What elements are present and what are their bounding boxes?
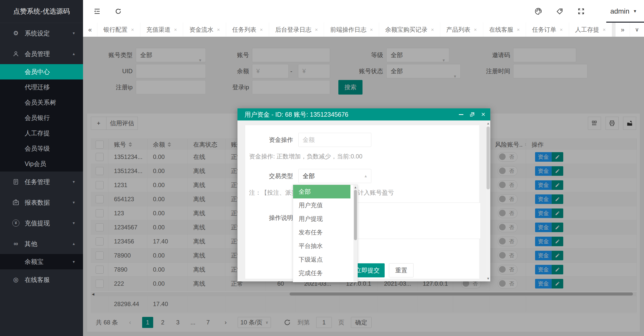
- scroll-up-arrow-icon[interactable]: ▲: [353, 185, 357, 189]
- tab-label: 充值渠道: [146, 26, 171, 34]
- tab-后台登录日志[interactable]: 后台登录日志×: [269, 23, 324, 37]
- close-icon[interactable]: ×: [517, 27, 520, 33]
- sidebar-subitem[interactable]: 会员中心: [0, 64, 83, 79]
- close-icon[interactable]: ×: [260, 27, 263, 33]
- sidebar-item[interactable]: ¥充值提现▼: [0, 213, 83, 233]
- sidebar-item[interactable]: ⚙系统设定▼: [0, 23, 83, 44]
- tab-label: 前端操作日志: [330, 26, 366, 34]
- dropdown-option[interactable]: 下级返点: [293, 253, 350, 266]
- dropdown-option[interactable]: 平台抽水: [293, 239, 350, 253]
- scroll-down-arrow-icon[interactable]: ▼: [486, 277, 490, 280]
- close-icon[interactable]: ×: [431, 27, 434, 33]
- modal-header[interactable]: 用户资金 - ID: 68 账号: 13512345676 ×: [237, 108, 490, 120]
- service-icon: ◎: [12, 276, 20, 283]
- user-fund-modal: 用户资金 - ID: 68 账号: 13512345676 × 资金操作 金额 …: [237, 108, 490, 281]
- link-icon: ∞: [12, 240, 20, 247]
- sidebar-item-label: 会员管理: [25, 50, 50, 58]
- scroll-up-arrow-icon[interactable]: ▲: [486, 121, 490, 125]
- chevron-down-icon: ▼: [72, 221, 75, 225]
- tab-银行配置[interactable]: 银行配置×: [97, 23, 140, 37]
- sidebar-item[interactable]: ∞其他▲: [0, 233, 83, 254]
- dropdown-option[interactable]: 发布任务: [293, 226, 350, 239]
- tab-资金流水[interactable]: 资金流水×: [183, 23, 226, 37]
- close-icon[interactable]: ×: [174, 27, 177, 33]
- sidebar-item-label: 系统设定: [25, 29, 50, 37]
- refresh-icon[interactable]: [111, 0, 126, 23]
- close-icon[interactable]: ×: [131, 27, 134, 33]
- sidebar-item-label: 任务管理: [25, 178, 50, 186]
- tab-任务列表[interactable]: 任务列表×: [226, 23, 269, 37]
- fund-help-text: 资金操作: 正数增加，负数减少，当前:0.00: [249, 152, 363, 160]
- tab-余额宝购买记录[interactable]: 余额宝购买记录×: [379, 23, 440, 37]
- sidebar-item[interactable]: ◎在线客服: [0, 269, 83, 290]
- tab-在线客服[interactable]: 在线客服×: [483, 23, 526, 37]
- tab-会员[interactable]: 会员: [612, 23, 615, 37]
- tab-产品列表[interactable]: 产品列表×: [440, 23, 483, 37]
- sidebar-item-label: 充值提现: [25, 219, 50, 227]
- fullscreen-icon[interactable]: [574, 0, 589, 23]
- user-menu[interactable]: admin ▼: [610, 0, 637, 23]
- dropdown-options: 全部用户充值用户提现发布任务平台抽水下级返点完成任务: [293, 185, 357, 280]
- sidebar-subitem-label: 代理迁移: [25, 83, 50, 91]
- tab-前端操作日志[interactable]: 前端操作日志×: [324, 23, 379, 37]
- sidebar-submenu: 余额宝▼: [0, 254, 83, 269]
- chevron-up-icon: ▲: [72, 52, 75, 56]
- sidebar-subitem[interactable]: 会员等级: [0, 141, 83, 156]
- sidebar-subitem-label: 人工存提: [25, 129, 50, 137]
- close-icon[interactable]: ×: [560, 27, 563, 33]
- tabs-scroll-right-icon[interactable]: »: [615, 23, 630, 37]
- tag-icon[interactable]: [552, 0, 567, 23]
- tab-label: 任务列表: [232, 26, 256, 34]
- operation-desc-label: 操作说明: [258, 211, 293, 225]
- trade-type-select[interactable]: 全部 ▲: [298, 169, 371, 183]
- chevron-down-icon: ▼: [72, 200, 75, 204]
- tab-label: 后台登录日志: [275, 26, 311, 34]
- sidebar-subitem[interactable]: 余额宝▼: [0, 254, 83, 269]
- dropdown-scrollbar[interactable]: ▲: [353, 185, 357, 282]
- tab-任务订单[interactable]: 任务订单×: [526, 23, 569, 37]
- tabs: 银行配置×充值渠道×资金流水×任务列表×后台登录日志×前端操作日志×余额宝购买记…: [97, 23, 615, 37]
- dropdown-scroll-thumb[interactable]: [354, 190, 357, 240]
- sidebar-subitem[interactable]: 会员银行: [0, 110, 83, 125]
- close-icon[interactable]: ×: [217, 27, 220, 33]
- collapse-sidebar-icon[interactable]: [90, 0, 105, 23]
- tabs-more-icon[interactable]: ∨: [630, 23, 644, 37]
- dropdown-option[interactable]: 完成任务: [293, 266, 350, 280]
- chart-icon: [12, 199, 20, 206]
- chevron-down-icon: ▼: [633, 9, 637, 14]
- admin-app: 点赞系统-优选源码 ⚙系统设定▼会员管理▲会员中心代理迁移会员关系树会员银行人工…: [0, 0, 644, 336]
- close-icon[interactable]: ×: [603, 27, 606, 33]
- close-icon[interactable]: ×: [474, 27, 477, 33]
- close-icon[interactable]: ×: [478, 108, 489, 120]
- dropdown-option[interactable]: 用户充值: [293, 198, 350, 212]
- fund-amount-input[interactable]: 金额: [298, 133, 371, 147]
- reset-button[interactable]: 重置: [389, 263, 414, 277]
- tabs-scroll-left-icon[interactable]: «: [83, 23, 97, 37]
- trade-type-dropdown: 全部用户充值用户提现发布任务平台抽水下级返点完成任务 ▲: [293, 185, 358, 282]
- sidebar-menu: ⚙系统设定▼会员管理▲会员中心代理迁移会员关系树会员银行人工存提会员等级Vip会…: [0, 23, 83, 290]
- tab-label: 余额宝购买记录: [385, 26, 427, 34]
- close-icon[interactable]: ×: [315, 27, 318, 33]
- dropdown-option[interactable]: 用户提现: [293, 212, 350, 226]
- close-icon[interactable]: ×: [370, 27, 373, 33]
- minimize-icon[interactable]: [456, 108, 467, 120]
- doc-icon: [12, 179, 20, 185]
- dropdown-option[interactable]: 全部: [293, 185, 350, 198]
- tab-人工存提[interactable]: 人工存提×: [569, 23, 612, 37]
- tab-充值渠道[interactable]: 充值渠道×: [140, 23, 183, 37]
- sidebar-item[interactable]: 任务管理▼: [0, 172, 83, 192]
- maximize-icon[interactable]: [467, 108, 478, 120]
- sidebar-subitem-label: 会员银行: [25, 114, 50, 122]
- sidebar-subitem[interactable]: 人工存提: [0, 125, 83, 141]
- user-icon: [12, 50, 20, 57]
- modal-scrollbar[interactable]: ▲ ▼: [486, 120, 490, 281]
- sidebar-item[interactable]: 会员管理▲: [0, 44, 83, 64]
- sidebar-subitem[interactable]: 代理迁移: [0, 79, 83, 95]
- sidebar-item[interactable]: 报表数据▼: [0, 192, 83, 213]
- theme-palette-icon[interactable]: [531, 0, 546, 23]
- sidebar-subitem[interactable]: 会员关系树: [0, 95, 83, 110]
- trade-type-label: 交易类型: [258, 169, 293, 183]
- modal-scroll-thumb[interactable]: [487, 127, 490, 189]
- tab-label: 任务订单: [532, 26, 556, 34]
- sidebar-subitem[interactable]: Vip会员: [0, 156, 83, 172]
